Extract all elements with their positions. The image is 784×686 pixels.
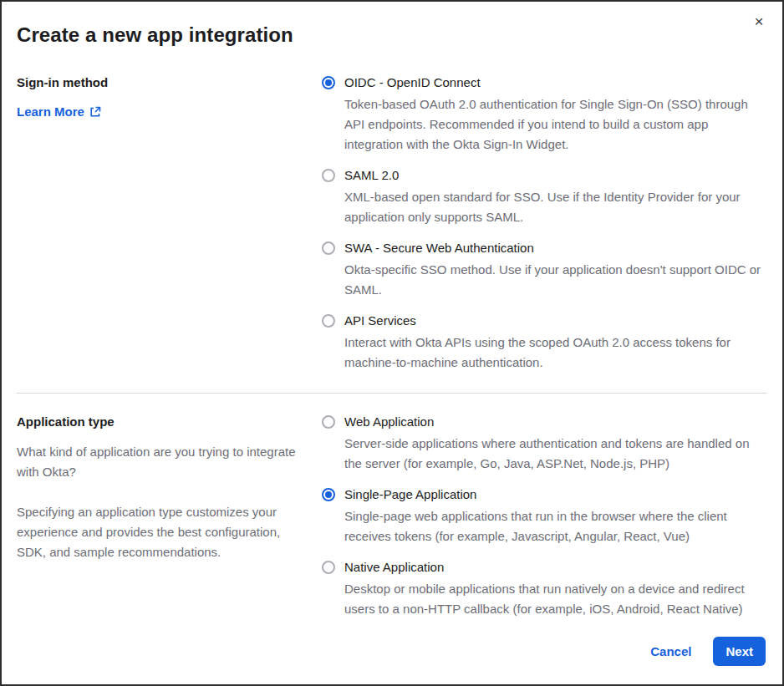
radio-option[interactable]: Native Application Desktop or mobile app… <box>322 559 767 619</box>
signin-method-label: Sign-in method <box>17 74 301 91</box>
radio-button-icon[interactable] <box>322 76 335 89</box>
application-type-section: Application type What kind of applicatio… <box>17 414 767 619</box>
radio-option-description: XML-based open standard for SSO. Use if … <box>344 187 767 227</box>
radio-option[interactable]: OIDC - OpenID Connect Token-based OAuth … <box>322 74 767 155</box>
radio-option-label: Web Application <box>344 414 767 430</box>
radio-option-label: OIDC - OpenID Connect <box>344 74 767 91</box>
radio-option[interactable]: Web Application Server-side applications… <box>322 414 767 474</box>
application-type-help-1: What kind of application are you trying … <box>17 442 301 482</box>
radio-option-label: API Services <box>344 313 767 329</box>
radio-button-icon[interactable] <box>322 561 335 574</box>
radio-option-label: Native Application <box>344 559 767 576</box>
radio-option-description: Okta-specific SSO method. Use if your ap… <box>344 260 767 300</box>
signin-method-section: Sign-in method Learn More OIDC - OpenID … <box>17 74 767 373</box>
radio-option[interactable]: SAML 2.0 XML-based open standard for SSO… <box>322 167 767 227</box>
external-link-icon <box>89 106 101 118</box>
radio-button-icon[interactable] <box>322 314 335 328</box>
cancel-button[interactable]: Cancel <box>650 644 691 658</box>
learn-more-link[interactable]: Learn More <box>17 104 101 119</box>
radio-option-label: SWA - Secure Web Authentication <box>344 240 767 257</box>
radio-button-icon[interactable] <box>322 415 335 429</box>
application-type-label: Application type <box>17 414 301 430</box>
radio-option-description: Single-page web applications that run in… <box>344 506 767 546</box>
radio-option-description: Interact with Okta APIs using the scoped… <box>344 333 767 373</box>
learn-more-label: Learn More <box>17 104 84 119</box>
radio-option-label: Single-Page Application <box>344 486 767 503</box>
create-app-integration-dialog: × Create a new app integration Sign-in m… <box>0 0 784 686</box>
radio-option[interactable]: SWA - Secure Web Authentication Okta-spe… <box>322 240 767 300</box>
section-divider <box>17 393 767 394</box>
dialog-footer: Cancel Next <box>17 628 767 669</box>
radio-button-icon[interactable] <box>322 241 335 255</box>
radio-option-description: Server-side applications where authentic… <box>344 434 767 474</box>
application-type-options: Web Application Server-side applications… <box>322 414 767 619</box>
radio-option-description: Token-based OAuth 2.0 authentication for… <box>344 94 767 155</box>
application-type-help-2: Specifying an application type customize… <box>17 502 301 562</box>
close-icon[interactable]: × <box>749 12 769 32</box>
radio-button-icon[interactable] <box>322 488 335 501</box>
next-button[interactable]: Next <box>713 637 766 666</box>
radio-option-description: Desktop or mobile applications that run … <box>344 579 767 619</box>
radio-option[interactable]: API Services Interact with Okta APIs usi… <box>322 313 767 373</box>
signin-method-options: OIDC - OpenID Connect Token-based OAuth … <box>322 74 767 373</box>
dialog-title: Create a new app integration <box>17 23 767 47</box>
radio-button-icon[interactable] <box>322 169 335 182</box>
radio-option[interactable]: Single-Page Application Single-page web … <box>322 486 767 546</box>
radio-option-label: SAML 2.0 <box>344 167 767 184</box>
